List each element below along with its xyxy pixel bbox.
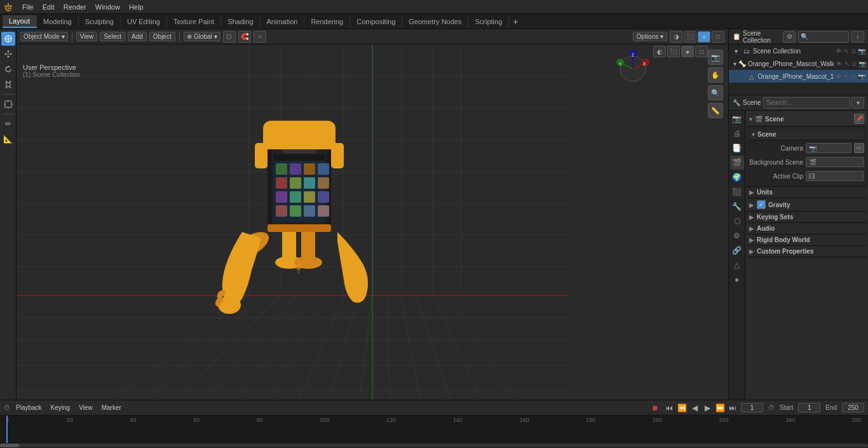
tab-modeling[interactable]: Modeling [37, 16, 79, 27]
zoom-view-btn[interactable]: 🔍 [708, 85, 723, 100]
snap-btn[interactable]: 🧲 [238, 31, 251, 43]
outliner-search[interactable] [798, 31, 849, 43]
prop-icon-world[interactable]: 🌍 [730, 170, 744, 184]
tab-geometry-nodes[interactable]: Geometry Nodes [402, 16, 468, 27]
keying-menu[interactable]: Keying [48, 404, 74, 412]
menu-render[interactable]: Render [59, 2, 91, 12]
prop-icon-data[interactable]: △ [730, 258, 744, 272]
tab-scripting[interactable]: Scripting [468, 16, 509, 27]
viewport-mode-1[interactable]: ◐ [653, 46, 666, 57]
mesh-hide[interactable]: ⊙ [851, 73, 856, 80]
end-frame-input[interactable] [842, 403, 864, 412]
play-reverse-btn[interactable]: ◀ [689, 402, 700, 414]
prev-keyframe-btn[interactable]: ⏪ [676, 402, 688, 414]
options-btn[interactable]: Options ▾ [633, 32, 667, 41]
viewport-shading-material[interactable]: ⬛ [684, 31, 696, 43]
tab-animation[interactable]: Animation [261, 16, 305, 27]
outliner-filter[interactable]: ⚙ [783, 31, 796, 43]
select-icon[interactable]: ↖ [844, 48, 849, 55]
ruler-btn[interactable]: 📏 [708, 103, 723, 118]
viewport-shading-wire[interactable]: □ [712, 31, 724, 43]
viewport-mode-2[interactable]: ⬛ [667, 46, 680, 57]
pivot-btn[interactable]: ⬡ [223, 31, 236, 43]
hide-viewport-icon[interactable]: ⊙ [851, 48, 856, 55]
props-filter[interactable]: ▾ [851, 97, 864, 109]
timeline-scrollbar[interactable] [0, 443, 868, 448]
object-menu[interactable]: Object [149, 32, 175, 41]
prop-icon-constraints[interactable]: 🔗 [730, 243, 744, 257]
viewport-3d[interactable]: User Perspective (1) Scene Collection X … [17, 44, 728, 400]
arm-visibility[interactable]: 👁 [836, 60, 843, 67]
timeline-body[interactable]: 1 20 40 60 80 100 120 140 160 180 200 22… [0, 416, 868, 448]
tab-sculpting[interactable]: Sculpting [79, 16, 121, 27]
camera-pick[interactable]: ✏ [854, 143, 864, 153]
scale-tool[interactable] [1, 78, 15, 92]
viewport-shading-rendered[interactable]: ● [698, 31, 710, 43]
fps-icon[interactable]: ⏱ [768, 404, 775, 411]
select-menu[interactable]: Select [100, 32, 125, 41]
prop-icon-modifiers[interactable]: 🔧 [730, 200, 744, 214]
prop-icon-particles[interactable]: ⬡ [730, 214, 744, 228]
transform-orientation[interactable]: ⊕ Global ▾ [184, 32, 220, 41]
prop-icon-view-layer[interactable]: 📑 [730, 141, 744, 155]
next-keyframe-btn[interactable]: ⏩ [714, 402, 726, 414]
prop-icon-material[interactable]: ● [730, 273, 744, 287]
start-frame-input[interactable] [798, 403, 820, 412]
view-menu[interactable]: View [76, 32, 98, 41]
viewport-gizmo[interactable]: X Y Z [614, 50, 652, 88]
menu-help[interactable]: Help [125, 2, 148, 12]
viewport-mode-4[interactable]: □ [695, 46, 708, 57]
measure-tool[interactable]: 📐 [1, 132, 15, 146]
outliner-row-mesh[interactable]: △ Orange_IPhone_Mascot_1 👁 ↖ ⊙ 📷 [729, 70, 868, 83]
mode-selector[interactable]: Object Mode ▾ [20, 32, 68, 41]
camera-value[interactable]: 📷 [806, 143, 851, 153]
tab-layout[interactable]: Layout [3, 15, 37, 28]
mesh-render[interactable]: 📷 [858, 73, 865, 80]
units-section[interactable]: ▶ Units [747, 187, 867, 198]
scrollbar-thumb[interactable] [0, 444, 19, 447]
move-tool[interactable] [1, 47, 15, 61]
tab-shading[interactable]: Shading [221, 16, 260, 27]
current-frame-input[interactable] [741, 403, 763, 412]
prop-icon-object[interactable]: ⬛ [730, 185, 744, 199]
cursor-tool[interactable] [1, 32, 15, 46]
section-scene-header[interactable]: ▾ 🎬 Scene 📌 [747, 112, 867, 126]
tab-rendering[interactable]: Rendering [304, 16, 350, 27]
tab-compositing[interactable]: Compositing [350, 16, 402, 27]
scene-pin[interactable]: 📌 [854, 114, 864, 124]
pan-view-btn[interactable]: ✋ [708, 67, 723, 83]
custom-props-section[interactable]: ▶ Custom Properties [747, 246, 867, 257]
background-scene-value[interactable]: 🎬 [806, 157, 864, 167]
tab-texture-paint[interactable]: Texture Paint [167, 16, 221, 27]
prop-icon-output[interactable]: 🖨 [730, 126, 744, 140]
jump-start-btn[interactable]: ⏮ [663, 402, 675, 414]
add-workspace-button[interactable]: + [509, 15, 522, 28]
outliner-row-collection[interactable]: ▾ 🗂 Scene Collection 👁 ↖ ⊙ 📷 [729, 44, 868, 57]
arm-render[interactable]: 📷 [858, 60, 866, 67]
marker-menu[interactable]: Marker [98, 404, 125, 412]
mesh-select[interactable]: ↖ [844, 73, 849, 80]
proportional-btn[interactable]: ○ [254, 31, 266, 43]
record-btn[interactable]: ⏺ [649, 402, 661, 414]
rotate-tool[interactable] [1, 62, 15, 76]
prop-icon-physics[interactable]: ⚙ [730, 229, 744, 243]
outliner-row-armature[interactable]: ▾ 🦴 Orange_IPhone_Mascot_Walk 👁 ↖ ⊙ 📷 [729, 57, 868, 70]
visibility-icon[interactable]: 👁 [836, 48, 842, 55]
playback-menu[interactable]: Playback [13, 404, 45, 412]
render-icon[interactable]: 📷 [858, 48, 865, 55]
arm-hide[interactable]: ⊙ [851, 60, 857, 67]
menu-file[interactable]: File [18, 2, 38, 12]
jump-end-btn[interactable]: ⏭ [727, 402, 738, 414]
arm-select[interactable]: ↖ [844, 60, 850, 67]
props-search-input[interactable] [763, 97, 850, 109]
keying-sets-section[interactable]: ▶ Keying Sets [747, 212, 867, 223]
active-clip-value[interactable]: 🎞 [806, 171, 864, 181]
add-menu[interactable]: Add [128, 32, 147, 41]
gravity-section[interactable]: ▶ ✓ Gravity [747, 198, 867, 212]
viewport-shading-solid[interactable]: ◑ [670, 31, 682, 43]
prop-icon-scene[interactable]: 🎬 [730, 156, 744, 170]
menu-window[interactable]: Window [91, 2, 125, 12]
scene-sub-header[interactable]: ▾ Scene [749, 129, 864, 140]
outliner-sort[interactable]: ↕ [851, 31, 864, 43]
audio-section[interactable]: ▶ Audio [747, 223, 867, 234]
